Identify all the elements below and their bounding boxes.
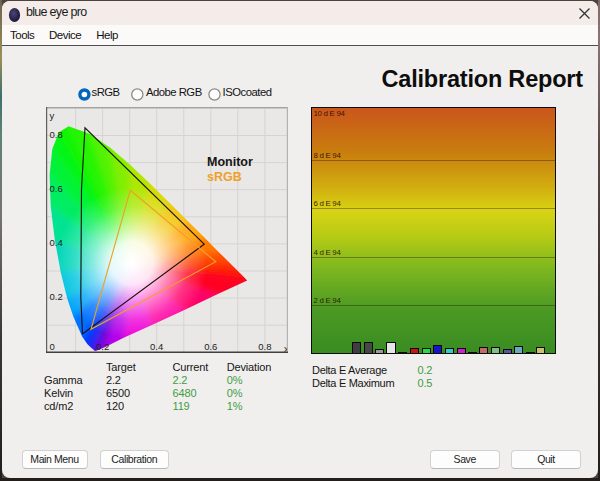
svg-text:0.6: 0.6 bbox=[204, 341, 217, 352]
svg-text:0.2: 0.2 bbox=[50, 291, 63, 302]
svg-text:Monitor: Monitor bbox=[207, 155, 253, 169]
svg-text:0.2: 0.2 bbox=[96, 341, 109, 352]
svg-text:0.8: 0.8 bbox=[50, 129, 63, 140]
svg-text:0.6: 0.6 bbox=[50, 183, 63, 194]
svg-text:0.8: 0.8 bbox=[258, 341, 271, 352]
svg-text:0.4: 0.4 bbox=[150, 341, 163, 352]
svg-text:0.4: 0.4 bbox=[50, 237, 63, 248]
svg-text:sRGB: sRGB bbox=[207, 170, 242, 184]
svg-text:y: y bbox=[50, 110, 55, 121]
svg-text:0: 0 bbox=[50, 341, 55, 352]
